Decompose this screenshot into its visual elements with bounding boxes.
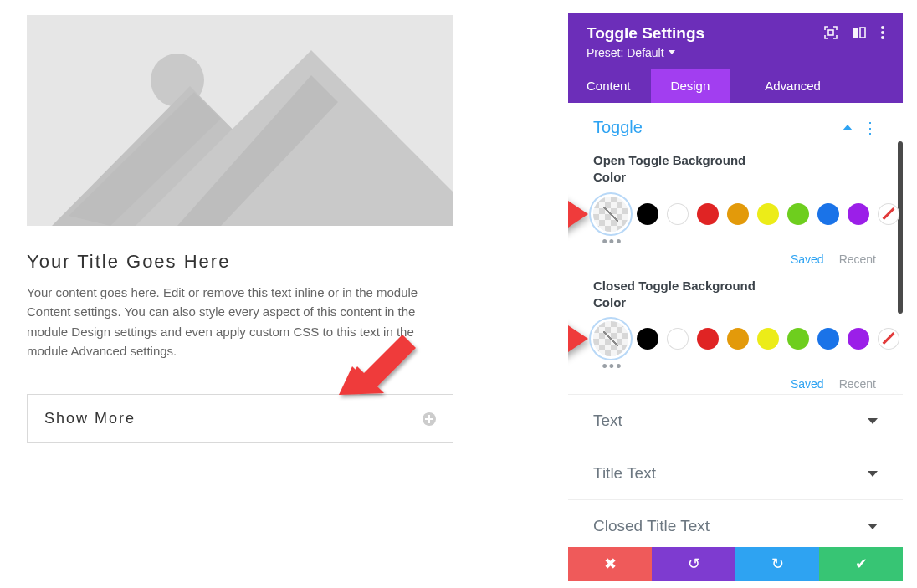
plus-icon xyxy=(423,412,436,426)
section-toggle-header[interactable]: Toggle ⋮ xyxy=(568,103,903,144)
swatch-none[interactable] xyxy=(878,328,899,350)
swatch-green[interactable] xyxy=(787,203,809,225)
field-open-bg: Open Toggle Background Color 1 xyxy=(568,144,903,269)
current-color-swatch[interactable] xyxy=(593,197,628,232)
action-bar: ✖ ↺ ↻ ✔ xyxy=(568,547,903,582)
caret-down-icon xyxy=(669,50,675,54)
swatch-purple[interactable] xyxy=(848,203,869,225)
section-label: Closed Title Text xyxy=(593,517,710,535)
swatch-orange[interactable] xyxy=(727,203,749,225)
badge-1: 1 xyxy=(568,197,588,231)
color-picker-closed-bg xyxy=(593,321,878,356)
redo-button[interactable]: ↻ xyxy=(735,547,819,582)
tab-advanced[interactable]: Advanced xyxy=(730,69,841,103)
focus-icon[interactable] xyxy=(824,26,838,42)
badge-2: 2 xyxy=(568,322,588,355)
more-colors-button[interactable]: ••• xyxy=(593,233,628,251)
scrollbar-thumb[interactable] xyxy=(898,141,903,314)
preview-body[interactable]: Your content goes here. Edit or remove t… xyxy=(27,283,453,360)
closed-toggle-item[interactable]: Show More xyxy=(27,394,453,443)
section-title: Toggle xyxy=(593,118,643,137)
section-kebab-icon[interactable]: ⋮ xyxy=(863,120,878,135)
preset-dropdown[interactable]: Preset: Default xyxy=(587,46,675,59)
more-colors-button[interactable]: ••• xyxy=(593,358,628,376)
color-picker-open-bg xyxy=(593,197,878,232)
swatch-white[interactable] xyxy=(667,328,689,350)
section-label: Title Text xyxy=(593,464,656,483)
settings-panel: Toggle Settings Preset: Default Content … xyxy=(568,13,903,581)
swatch-none[interactable] xyxy=(878,203,899,225)
module-preview: Your Title Goes Here Your content goes h… xyxy=(27,15,453,443)
current-color-swatch[interactable] xyxy=(593,321,628,356)
field-label-closed-bg: Closed Toggle Background Color xyxy=(593,278,761,312)
svg-rect-4 xyxy=(828,30,833,35)
swatch-purple[interactable] xyxy=(848,328,869,350)
image-placeholder xyxy=(27,15,453,226)
panel-tabs: Content Design Advanced xyxy=(568,69,903,103)
tab-design[interactable]: Design xyxy=(651,69,730,103)
swatch-yellow[interactable] xyxy=(757,328,779,350)
recent-tab[interactable]: Recent xyxy=(839,377,876,391)
kebab-icon[interactable] xyxy=(881,26,884,42)
save-button[interactable]: ✔ xyxy=(819,547,903,582)
section-closed-title-text[interactable]: Closed Title Text xyxy=(568,499,903,547)
svg-point-7 xyxy=(881,26,884,29)
mountain-placeholder-icon xyxy=(27,15,453,226)
field-label-open-bg: Open Toggle Background Color xyxy=(593,152,761,187)
panel-body: Toggle ⋮ Open Toggle Background Color 1 xyxy=(568,103,903,547)
swatch-green[interactable] xyxy=(787,328,809,350)
undo-button[interactable]: ↺ xyxy=(652,547,735,582)
columns-icon[interactable] xyxy=(853,26,866,42)
svg-point-9 xyxy=(881,36,884,39)
section-title-text[interactable]: Title Text xyxy=(568,447,903,499)
panel-header: Toggle Settings Preset: Default xyxy=(568,13,903,69)
preview-heading[interactable]: Your Title Goes Here xyxy=(27,251,453,273)
chevron-down-icon xyxy=(868,418,878,424)
swatch-orange[interactable] xyxy=(727,328,749,350)
tab-content[interactable]: Content xyxy=(568,69,651,103)
saved-tab[interactable]: Saved xyxy=(791,253,824,266)
swatch-black[interactable] xyxy=(637,203,658,225)
swatch-white[interactable] xyxy=(667,203,689,225)
swatch-blue[interactable] xyxy=(817,203,839,225)
section-label: Text xyxy=(593,412,622,430)
swatch-yellow[interactable] xyxy=(757,203,779,225)
toggle-label: Show More xyxy=(44,410,136,427)
svg-point-8 xyxy=(881,31,884,34)
section-text[interactable]: Text xyxy=(568,394,903,447)
swatch-blue[interactable] xyxy=(817,328,839,350)
delete-button[interactable]: ✖ xyxy=(568,547,652,582)
chevron-down-icon xyxy=(868,471,878,477)
recent-tab[interactable]: Recent xyxy=(839,253,876,266)
chevron-up-icon xyxy=(843,125,853,130)
swatch-black[interactable] xyxy=(637,328,658,350)
field-closed-bg: Closed Toggle Background Color 2 xyxy=(568,269,903,395)
panel-title: Toggle Settings xyxy=(587,24,704,43)
chevron-down-icon xyxy=(868,524,878,529)
swatch-red[interactable] xyxy=(697,203,719,225)
svg-rect-5 xyxy=(853,28,858,38)
swatch-red[interactable] xyxy=(697,328,719,350)
preset-label: Preset: Default xyxy=(587,46,664,59)
svg-rect-6 xyxy=(860,28,865,38)
saved-tab[interactable]: Saved xyxy=(791,377,824,391)
